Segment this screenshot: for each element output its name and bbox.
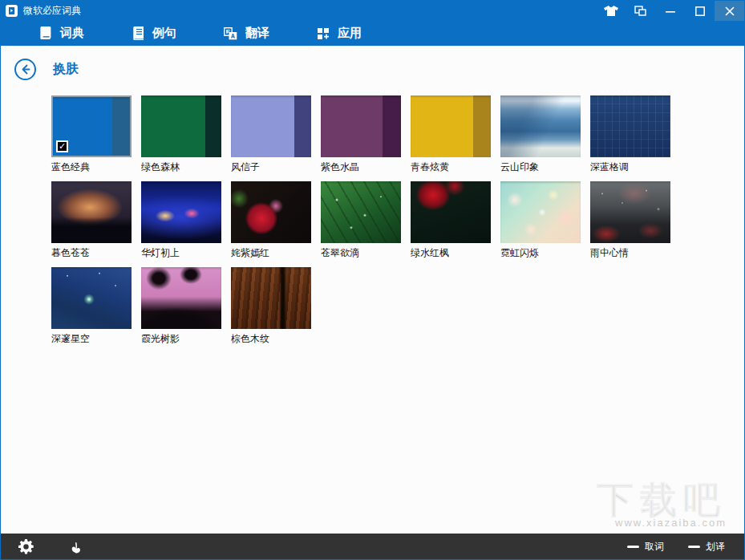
theme-label: 青春炫黄 — [411, 160, 491, 174]
theme-label: 深蓝格调 — [590, 160, 670, 174]
theme-tile-9[interactable]: 华灯初上 — [141, 181, 221, 260]
tab-examples[interactable]: 例句 — [132, 26, 176, 41]
theme-tile-4[interactable]: 紫色水晶 — [321, 95, 401, 174]
theme-label: 蓝色经典 — [51, 160, 132, 174]
theme-label: 暮色苍苍 — [51, 246, 132, 260]
mini-window-icon[interactable] — [626, 1, 655, 21]
app-window: 微软必应词典 词典 — [0, 0, 745, 560]
theme-tile-8[interactable]: 暮色苍苍 — [51, 181, 132, 260]
theme-thumbnail — [51, 181, 132, 243]
theme-tile-1[interactable]: ✓蓝色经典 — [51, 95, 132, 174]
theme-label: 棕色木纹 — [231, 332, 311, 346]
theme-tile-3[interactable]: 风信子 — [231, 95, 311, 174]
minimize-icon[interactable] — [655, 1, 685, 21]
theme-thumbnail — [141, 181, 221, 243]
theme-thumbnail: ✓ — [51, 95, 132, 157]
theme-thumbnail — [231, 95, 311, 157]
examples-icon — [132, 26, 144, 40]
skin-icon[interactable] — [596, 1, 626, 21]
theme-label: 深邃星空 — [51, 332, 132, 346]
tab-label: 应用 — [338, 26, 362, 41]
theme-thumbnail — [321, 95, 401, 157]
theme-label: 绿水红枫 — [411, 246, 491, 260]
theme-thumbnail — [590, 95, 670, 157]
tab-label: 例句 — [152, 26, 176, 41]
theme-thumbnail — [141, 95, 221, 157]
theme-label: 紫色水晶 — [321, 160, 401, 174]
theme-tile-15[interactable]: 深邃星空 — [51, 267, 132, 346]
dictionary-icon — [39, 26, 52, 40]
theme-label: 姹紫嫣红 — [231, 246, 311, 260]
theme-label: 雨中心情 — [590, 246, 670, 260]
nav-bar: 词典 例句 翻译 应用 — [1, 21, 744, 46]
theme-label: 绿色森林 — [141, 160, 221, 174]
theme-tile-6[interactable]: 云山印象 — [500, 95, 581, 174]
select-translate-toggle[interactable]: 划译 — [688, 540, 725, 554]
butterfly-icon[interactable] — [67, 538, 83, 554]
theme-thumbnail — [411, 95, 491, 157]
theme-thumbnail — [500, 181, 581, 243]
theme-grid: ✓蓝色经典绿色森林风信子紫色水晶青春炫黄云山印象深蓝格调暮色苍苍华灯初上姹紫嫣红… — [51, 95, 685, 346]
theme-tile-16[interactable]: 霞光树影 — [141, 267, 221, 346]
tab-translate[interactable]: 翻译 — [224, 26, 269, 41]
theme-thumbnail — [321, 181, 401, 243]
close-icon[interactable] — [715, 1, 744, 21]
theme-tile-2[interactable]: 绿色森林 — [141, 95, 221, 174]
theme-tile-14[interactable]: 雨中心情 — [590, 181, 670, 260]
tab-label: 词典 — [60, 26, 84, 41]
apps-icon — [317, 27, 330, 40]
back-button[interactable] — [14, 59, 36, 80]
translate-icon — [224, 27, 237, 40]
settings-gear-icon[interactable] — [18, 539, 34, 554]
theme-tile-5[interactable]: 青春炫黄 — [411, 95, 491, 174]
theme-label: 华灯初上 — [141, 246, 221, 260]
theme-thumbnail — [411, 181, 491, 243]
theme-thumbnail — [590, 181, 670, 243]
theme-label: 霞光树影 — [141, 332, 221, 346]
theme-thumbnail — [141, 267, 221, 329]
page-header: 换肤 — [14, 59, 744, 80]
theme-tile-12[interactable]: 绿水红枫 — [411, 181, 491, 260]
theme-thumbnail — [231, 181, 311, 243]
selected-checkbox-icon: ✓ — [56, 140, 68, 152]
watermark-url: www.xiazaiba.com — [597, 517, 727, 529]
theme-tile-7[interactable]: 深蓝格调 — [590, 95, 670, 174]
watermark-text: 下载吧 — [597, 481, 727, 518]
word-capture-toggle[interactable]: 取词 — [627, 540, 664, 554]
toggle-dash-icon — [627, 546, 639, 548]
page-title: 换肤 — [53, 61, 79, 78]
theme-thumbnail — [51, 267, 132, 329]
theme-label: 云山印象 — [500, 160, 581, 174]
content-area: 换肤 ✓蓝色经典绿色森林风信子紫色水晶青春炫黄云山印象深蓝格调暮色苍苍华灯初上姹… — [1, 46, 744, 534]
app-logo-icon — [6, 5, 18, 17]
theme-tile-13[interactable]: 霓虹闪烁 — [500, 181, 581, 260]
toggle-label: 划译 — [706, 540, 725, 554]
watermark: 下载吧 www.xiazaiba.com — [597, 481, 727, 529]
tab-dictionary[interactable]: 词典 — [39, 26, 84, 41]
theme-tile-10[interactable]: 姹紫嫣红 — [231, 181, 311, 260]
theme-tile-11[interactable]: 苍翠欲滴 — [321, 181, 401, 260]
window-title: 微软必应词典 — [23, 4, 81, 18]
bottom-bar: 取词 划译 — [1, 534, 744, 559]
theme-thumbnail — [500, 95, 581, 157]
tab-apps[interactable]: 应用 — [317, 26, 362, 41]
tab-label: 翻译 — [245, 26, 269, 41]
title-bar: 微软必应词典 — [1, 1, 744, 21]
theme-label: 风信子 — [231, 160, 311, 174]
toggle-dash-icon — [688, 546, 700, 548]
theme-label: 苍翠欲滴 — [321, 246, 401, 260]
maximize-icon[interactable] — [685, 1, 715, 21]
toggle-label: 取词 — [645, 540, 664, 554]
theme-tile-17[interactable]: 棕色木纹 — [231, 267, 311, 346]
theme-thumbnail — [231, 267, 311, 329]
theme-label: 霓虹闪烁 — [500, 246, 581, 260]
